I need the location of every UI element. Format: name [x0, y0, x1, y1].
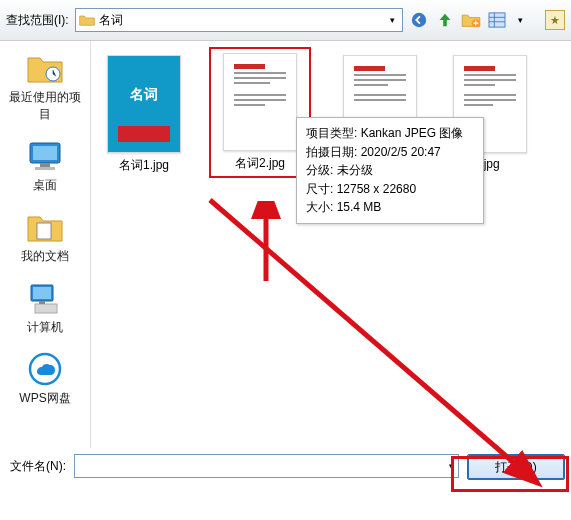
sidebar-item-label: 计算机: [27, 319, 63, 336]
favorite-icon[interactable]: ★: [545, 10, 565, 30]
file-name-combo[interactable]: ▾: [74, 454, 459, 478]
svg-rect-12: [39, 301, 45, 304]
documents-icon: [25, 208, 65, 246]
sidebar-item-label: WPS网盘: [19, 390, 70, 407]
new-folder-icon[interactable]: [461, 10, 481, 30]
file-item[interactable]: 名词 名词1.jpg: [99, 55, 189, 178]
open-button[interactable]: 打开(O): [467, 454, 565, 480]
svg-rect-11: [35, 304, 57, 313]
chevron-down-icon[interactable]: ▾: [385, 10, 399, 30]
sidebar-item-label: 我的文档: [21, 248, 69, 265]
file-list-pane[interactable]: 名词 名词1.jpg 名词2.jpg: [90, 41, 571, 471]
views-chevron-down-icon[interactable]: ▾: [513, 10, 527, 30]
file-name: 名词2.jpg: [235, 155, 285, 172]
svg-rect-5: [33, 146, 57, 160]
cloud-icon: [25, 350, 65, 388]
sidebar-item-label: 桌面: [33, 177, 57, 194]
file-tooltip: 项目类型: Kankan JPEG 图像 拍摄日期: 2020/2/5 20:4…: [296, 117, 484, 224]
svg-point-0: [412, 13, 426, 27]
sidebar-item-documents[interactable]: 我的文档: [5, 208, 85, 265]
up-one-level-icon[interactable]: [435, 10, 455, 30]
recent-icon: [25, 49, 65, 87]
desktop-icon: [25, 137, 65, 175]
file-name: 名词1.jpg: [119, 157, 169, 174]
svg-rect-10: [33, 287, 51, 299]
file-name-label: 文件名(N):: [10, 454, 66, 475]
sidebar-item-wps-cloud[interactable]: WPS网盘: [5, 350, 85, 407]
look-in-value: 名词: [95, 12, 385, 29]
look-in-label: 查找范围(I):: [6, 12, 69, 29]
file-name-input[interactable]: [75, 456, 444, 476]
file-item-selected[interactable]: 名词2.jpg: [215, 53, 305, 172]
file-thumbnail: [223, 53, 297, 151]
annotation-arrow: [231, 201, 301, 291]
sidebar-item-label: 最近使用的项目: [5, 89, 85, 123]
sidebar-item-recent[interactable]: 最近使用的项目: [5, 49, 85, 123]
svg-rect-2: [489, 13, 505, 27]
look-in-combo[interactable]: 名词 ▾: [75, 8, 403, 32]
folder-icon: [79, 13, 95, 27]
views-icon[interactable]: [487, 10, 507, 30]
computer-icon: [25, 279, 65, 317]
chevron-down-icon[interactable]: ▾: [444, 456, 458, 476]
sidebar-item-computer[interactable]: 计算机: [5, 279, 85, 336]
svg-rect-6: [40, 163, 50, 167]
file-thumbnail: 名词: [107, 55, 181, 153]
sidebar-item-desktop[interactable]: 桌面: [5, 137, 85, 194]
back-icon[interactable]: [409, 10, 429, 30]
svg-rect-8: [37, 223, 51, 239]
svg-rect-7: [35, 167, 55, 170]
